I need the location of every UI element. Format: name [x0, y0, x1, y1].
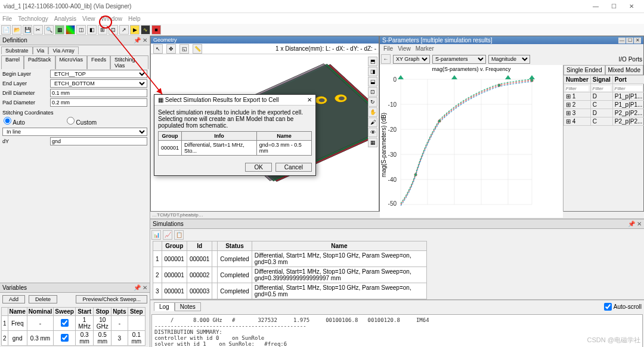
sp-min-icon[interactable]: — — [618, 38, 626, 44]
pad-input[interactable] — [50, 98, 147, 107]
view-3d-icon[interactable]: ◨ — [368, 67, 377, 76]
tab-mixed-mode[interactable]: Mixed Mode — [605, 65, 643, 75]
sweep-check[interactable] — [61, 334, 69, 342]
table-row[interactable]: 000001Differential, Start=1 MHz, Sto...g… — [159, 141, 312, 156]
color-icon[interactable] — [66, 25, 75, 35]
table-row[interactable]: 3000001000003CompletedDifferential, Star… — [153, 283, 427, 299]
move-icon[interactable]: ✥ — [166, 44, 176, 54]
menu-help[interactable]: Help — [128, 16, 141, 22]
sp-menu-view[interactable]: View — [398, 45, 411, 52]
tool2-icon[interactable]: ◧ — [87, 25, 97, 35]
tab-log[interactable]: Log — [154, 302, 175, 311]
tab-via-array[interactable]: Via Array — [48, 47, 78, 54]
sp-menu-marker[interactable]: Marker — [416, 45, 434, 52]
tab-padstack[interactable]: PadStack — [24, 55, 55, 69]
begin-layer-select[interactable]: ETCH__TOP — [50, 70, 147, 78]
chart-area[interactable]: mag(S-parameters) v. Frequency 0-10-20-3… — [380, 65, 563, 218]
new-icon[interactable]: 📄 — [1, 25, 11, 35]
tool1-icon[interactable]: ◫ — [76, 25, 86, 35]
pan-icon[interactable]: ✋ — [368, 107, 377, 117]
graph-type-select[interactable]: XY Graph — [393, 55, 430, 64]
end-layer-select[interactable]: ETCH_BOTTOM — [50, 79, 147, 88]
preview-button[interactable]: Preview/Check Sweep... — [76, 295, 147, 303]
table-row[interactable]: ⊞ 4CP2_p|P2... — [564, 117, 645, 126]
watermark: CSDN @电磁学社 — [587, 336, 640, 345]
tab-single-ended[interactable]: Single Ended — [564, 65, 605, 75]
menu-technology[interactable]: Technology — [18, 16, 48, 22]
table-row[interactable]: ⊞ 1DP1_p|P1... — [564, 92, 645, 101]
sp-close-icon[interactable]: ✕ — [634, 38, 641, 44]
sim-tb2-icon[interactable]: 📈 — [163, 230, 172, 240]
filter-number[interactable] — [566, 86, 589, 91]
tab-via[interactable]: Via — [33, 47, 49, 54]
cut-icon[interactable]: ✂ — [33, 25, 43, 35]
menu-analysis[interactable]: Analysis — [54, 16, 76, 22]
inline-select[interactable]: In line — [2, 128, 147, 136]
menu-view[interactable]: View — [82, 16, 95, 22]
tab-notes[interactable]: Notes — [175, 302, 201, 311]
dialog-title: Select Simulation Results for Export to … — [165, 97, 279, 103]
back-icon[interactable]: ← — [381, 54, 391, 64]
select-icon[interactable]: ↖ — [153, 44, 163, 54]
sweep-check[interactable] — [61, 319, 69, 327]
view-top-icon[interactable]: ⬒ — [368, 57, 377, 66]
minimize-button[interactable]: — — [587, 3, 605, 10]
autoscroll-check[interactable]: Auto-scroll — [604, 301, 642, 312]
df-input[interactable] — [50, 137, 147, 145]
log-content[interactable]: / 8.000 GHz # 327532 1.975 00100106.8 00… — [151, 314, 643, 347]
stop-icon[interactable]: ■ — [151, 25, 161, 35]
tool4-icon[interactable]: ⊡ — [109, 25, 118, 35]
add-button[interactable]: Add — [2, 295, 25, 303]
table-row[interactable]: 2gnd0.3 mm0.3 mm0.5 mm30.1 mm — [2, 331, 145, 346]
table-row[interactable]: 1000001000001CompletedDifferential, Star… — [153, 251, 427, 267]
sim-tb3-icon[interactable]: 📋 — [174, 230, 184, 240]
export-icon[interactable]: ↗ — [119, 25, 129, 35]
menu-window[interactable]: Window — [101, 16, 122, 22]
run-icon[interactable]: ▶ — [130, 25, 140, 35]
ok-button[interactable]: OK — [245, 163, 271, 172]
eye-icon[interactable]: 👁 — [368, 128, 377, 137]
tab-substrate[interactable]: Substrate — [1, 47, 33, 54]
maximize-button[interactable]: ☐ — [605, 3, 623, 10]
definition-pin-icon[interactable]: 📌 ✕ — [134, 37, 147, 44]
tab-barrel[interactable]: Barrel — [1, 55, 24, 69]
sims-pin-icon[interactable]: 📌 ✕ — [628, 221, 642, 227]
sim-tb1-icon[interactable]: 📊 — [151, 230, 161, 240]
filter-port[interactable] — [615, 86, 643, 91]
close-button[interactable]: ✕ — [623, 3, 640, 10]
tool3-icon[interactable]: ⊞ — [98, 25, 107, 35]
parameters-select[interactable]: S-parameters — [432, 55, 486, 64]
radio-custom[interactable]: Custom — [67, 117, 97, 126]
sp-max-icon[interactable]: ☐ — [626, 38, 633, 44]
rotate-icon[interactable]: ↻ — [368, 97, 377, 107]
brush-icon[interactable]: 🖌 — [368, 117, 377, 127]
layers-icon[interactable]: ▦ — [55, 25, 64, 35]
tab-feeds[interactable]: Feeds — [87, 55, 110, 69]
search-icon[interactable]: 🔍 — [44, 25, 54, 35]
radio-auto[interactable]: Auto — [4, 117, 25, 126]
definition-subtabs: Barrel PadStack MicroVias Feeds Stitchin… — [0, 54, 150, 69]
grid-icon[interactable]: ▦ — [368, 138, 377, 147]
magnitude-select[interactable]: Magnitude — [488, 55, 530, 64]
dialog-close-icon[interactable]: ✕ — [307, 97, 312, 103]
table-row[interactable]: ⊞ 3DP2_p|P2... — [564, 109, 645, 117]
table-row[interactable]: ⊞ 2CP1_p|P1... — [564, 101, 645, 109]
sim-icon[interactable]: ∿ — [141, 25, 150, 35]
view-side-icon[interactable]: ⬓ — [368, 77, 377, 86]
cancel-button[interactable]: Cancel — [275, 163, 312, 172]
drill-input[interactable] — [50, 89, 147, 97]
vars-pin-icon[interactable]: 📌 ✕ — [134, 284, 147, 291]
tab-stitching[interactable]: Stitching Vias — [110, 55, 148, 69]
sp-menu-file[interactable]: File — [383, 45, 393, 52]
tab-microvias[interactable]: MicroVias — [55, 55, 87, 69]
filter-signal[interactable] — [593, 86, 611, 91]
open-icon[interactable]: 📂 — [12, 25, 21, 35]
save-icon[interactable]: 💾 — [23, 25, 32, 35]
table-row[interactable]: 2000001000002CompletedDifferential, Star… — [153, 267, 427, 283]
table-row[interactable]: 1Freq-1 MHz10 GHz- — [2, 316, 145, 331]
zoom-icon[interactable]: ◱ — [179, 44, 189, 54]
measure-icon[interactable]: 📏 — [193, 44, 202, 54]
fit-icon[interactable]: ⊡ — [368, 87, 377, 97]
delete-button[interactable]: Delete — [29, 295, 57, 303]
menu-file[interactable]: File — [2, 16, 12, 22]
